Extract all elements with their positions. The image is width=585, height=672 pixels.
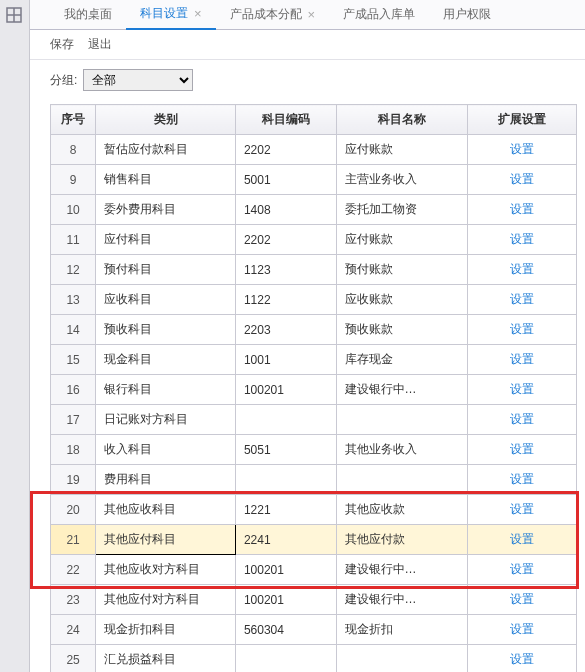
- cell-seq: 20: [51, 495, 96, 525]
- table-wrap: 序号 类别 科目编码 科目名称 扩展设置 8暂估应付款科目2202应付账款设置9…: [50, 104, 577, 672]
- settings-link[interactable]: 设置: [510, 202, 534, 216]
- cell-seq: 24: [51, 615, 96, 645]
- cell-name: [336, 645, 468, 673]
- quit-button[interactable]: 退出: [88, 36, 112, 53]
- table-row[interactable]: 12预付科目1123预付账款设置: [51, 255, 577, 285]
- cell-code: 100201: [235, 555, 336, 585]
- settings-link[interactable]: 设置: [510, 472, 534, 486]
- cell-ext: 设置: [468, 255, 577, 285]
- settings-link[interactable]: 设置: [510, 592, 534, 606]
- tab-finished-goods[interactable]: 产成品入库单: [329, 0, 429, 30]
- cell-name: 主营业务收入: [336, 165, 468, 195]
- tab-desktop[interactable]: 我的桌面: [50, 0, 126, 30]
- cell-seq: 25: [51, 645, 96, 673]
- cell-category: 委外费用科目: [96, 195, 236, 225]
- close-icon[interactable]: ×: [194, 6, 202, 21]
- table-row[interactable]: 9销售科目5001主营业务收入设置: [51, 165, 577, 195]
- table-row[interactable]: 24现金折扣科目560304现金折扣设置: [51, 615, 577, 645]
- left-rail: [0, 0, 30, 672]
- cell-name: 应收账款: [336, 285, 468, 315]
- table-row[interactable]: 13应收科目1122应收账款设置: [51, 285, 577, 315]
- table-row[interactable]: 21其他应付科目2241其他应付款设置: [51, 525, 577, 555]
- cell-seq: 13: [51, 285, 96, 315]
- cell-code: 2202: [235, 225, 336, 255]
- table-row[interactable]: 16银行科目100201建设银行中…设置: [51, 375, 577, 405]
- settings-link[interactable]: 设置: [510, 622, 534, 636]
- cell-category: 销售科目: [96, 165, 236, 195]
- cell-seq: 17: [51, 405, 96, 435]
- cell-ext: 设置: [468, 345, 577, 375]
- tab-label: 产成品入库单: [343, 6, 415, 23]
- cell-seq: 8: [51, 135, 96, 165]
- subject-table: 序号 类别 科目编码 科目名称 扩展设置 8暂估应付款科目2202应付账款设置9…: [50, 104, 577, 672]
- cell-ext: 设置: [468, 405, 577, 435]
- table-row[interactable]: 8暂估应付款科目2202应付账款设置: [51, 135, 577, 165]
- table-header-row: 序号 类别 科目编码 科目名称 扩展设置: [51, 105, 577, 135]
- cell-category: 应付科目: [96, 225, 236, 255]
- tab-account-settings[interactable]: 科目设置 ×: [126, 0, 216, 30]
- cell-seq: 16: [51, 375, 96, 405]
- table-row[interactable]: 20其他应收科目1221其他应收款设置: [51, 495, 577, 525]
- settings-link[interactable]: 设置: [510, 652, 534, 666]
- settings-link[interactable]: 设置: [510, 262, 534, 276]
- col-name: 科目名称: [336, 105, 468, 135]
- cell-name: 预收账款: [336, 315, 468, 345]
- table-row[interactable]: 19费用科目设置: [51, 465, 577, 495]
- save-button[interactable]: 保存: [50, 36, 74, 53]
- cell-seq: 18: [51, 435, 96, 465]
- table-row[interactable]: 18收入科目5051其他业务收入设置: [51, 435, 577, 465]
- tab-cost-alloc[interactable]: 产品成本分配 ×: [216, 0, 330, 30]
- table-row[interactable]: 17日记账对方科目设置: [51, 405, 577, 435]
- settings-link[interactable]: 设置: [510, 412, 534, 426]
- cell-seq: 23: [51, 585, 96, 615]
- cell-code: 5051: [235, 435, 336, 465]
- settings-link[interactable]: 设置: [510, 532, 534, 546]
- tab-bar: 我的桌面 科目设置 × 产品成本分配 × 产成品入库单 用户权限: [30, 0, 585, 30]
- cell-name: [336, 465, 468, 495]
- cell-code: 2241: [235, 525, 336, 555]
- table-row[interactable]: 25汇兑损益科目设置: [51, 645, 577, 673]
- group-select[interactable]: 全部: [83, 69, 193, 91]
- settings-link[interactable]: 设置: [510, 172, 534, 186]
- tab-user-perm[interactable]: 用户权限: [429, 0, 505, 30]
- table-row[interactable]: 11应付科目2202应付账款设置: [51, 225, 577, 255]
- close-icon[interactable]: ×: [308, 7, 316, 22]
- cell-name: 应付账款: [336, 225, 468, 255]
- cell-name: 预付账款: [336, 255, 468, 285]
- cell-code: 100201: [235, 375, 336, 405]
- table-row[interactable]: 23其他应付对方科目100201建设银行中…设置: [51, 585, 577, 615]
- cell-ext: 设置: [468, 645, 577, 673]
- cell-seq: 11: [51, 225, 96, 255]
- settings-link[interactable]: 设置: [510, 322, 534, 336]
- cell-code: 1122: [235, 285, 336, 315]
- toolbar: 保存 退出: [30, 30, 585, 60]
- cell-ext: 设置: [468, 615, 577, 645]
- cell-category: 银行科目: [96, 375, 236, 405]
- cell-category: 费用科目: [96, 465, 236, 495]
- cell-category: 现金科目: [96, 345, 236, 375]
- cell-ext: 设置: [468, 315, 577, 345]
- cell-name: 其他业务收入: [336, 435, 468, 465]
- cell-code: [235, 645, 336, 673]
- table-row[interactable]: 14预收科目2203预收账款设置: [51, 315, 577, 345]
- settings-link[interactable]: 设置: [510, 382, 534, 396]
- cell-category: 暂估应付款科目: [96, 135, 236, 165]
- settings-link[interactable]: 设置: [510, 352, 534, 366]
- cell-seq: 10: [51, 195, 96, 225]
- cell-name: 委托加工物资: [336, 195, 468, 225]
- table-row[interactable]: 10委外费用科目1408委托加工物资设置: [51, 195, 577, 225]
- cell-category: 其他应收对方科目: [96, 555, 236, 585]
- settings-link[interactable]: 设置: [510, 232, 534, 246]
- settings-link[interactable]: 设置: [510, 502, 534, 516]
- cell-code: 2202: [235, 135, 336, 165]
- settings-link[interactable]: 设置: [510, 442, 534, 456]
- table-row[interactable]: 22其他应收对方科目100201建设银行中…设置: [51, 555, 577, 585]
- tab-label: 产品成本分配: [230, 6, 302, 23]
- col-seq: 序号: [51, 105, 96, 135]
- cell-ext: 设置: [468, 195, 577, 225]
- table-row[interactable]: 15现金科目1001库存现金设置: [51, 345, 577, 375]
- settings-link[interactable]: 设置: [510, 562, 534, 576]
- cell-name: 应付账款: [336, 135, 468, 165]
- settings-link[interactable]: 设置: [510, 142, 534, 156]
- settings-link[interactable]: 设置: [510, 292, 534, 306]
